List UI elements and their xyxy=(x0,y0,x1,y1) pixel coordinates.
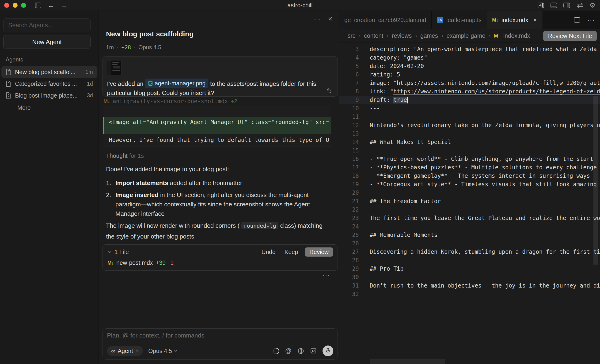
breadcrumb[interactable]: src›content›reviews›games›example-game›M… xyxy=(348,32,530,39)
reply-icon[interactable] xyxy=(326,87,332,93)
sidebar-item-agent[interactable]: Blog post image place...3d xyxy=(1,90,97,101)
code-line[interactable]: 20 xyxy=(339,188,600,197)
line-number: 31 xyxy=(339,282,366,289)
tab-close-icon[interactable] xyxy=(533,18,537,22)
back-arrow-icon[interactable]: ← xyxy=(48,2,55,9)
code-line[interactable]: 11 xyxy=(339,112,600,121)
code-line[interactable]: 17- **Physics-based puzzles** - Multiple… xyxy=(339,163,600,172)
close-window-button[interactable] xyxy=(4,3,9,8)
image-attach-icon[interactable] xyxy=(310,348,317,354)
changed-file-name: new-post.mdx xyxy=(116,259,153,266)
keep-button[interactable]: Keep xyxy=(284,249,298,255)
swap-arrows-icon[interactable] xyxy=(576,2,584,9)
bottom-panel-icon[interactable] xyxy=(550,2,557,9)
thought-duration[interactable]: Thought for 1s xyxy=(106,152,144,159)
open-right-panel-icon[interactable] xyxy=(537,2,544,9)
chevron-down-icon[interactable] xyxy=(107,251,112,253)
forward-arrow-icon[interactable]: → xyxy=(61,2,68,9)
code-line[interactable]: 31Don't rush to the main objectives - th… xyxy=(339,281,600,290)
globe-icon[interactable] xyxy=(297,348,304,355)
breadcrumb-item[interactable]: content xyxy=(364,32,383,39)
line-number: 16 xyxy=(339,156,366,162)
settings-gear-icon[interactable]: ⚙ xyxy=(590,1,595,9)
code-line[interactable]: 6rating: 5 xyxy=(339,70,600,79)
editor-more-icon[interactable]: ··· xyxy=(587,16,595,24)
undo-button[interactable]: Undo xyxy=(262,249,276,255)
line-number: 6 xyxy=(339,71,366,78)
code-line[interactable]: 24 xyxy=(339,222,600,231)
code-line[interactable]: 21## The Freedom Factor xyxy=(339,197,600,205)
editor-tab[interactable]: ge_creation_ca7cb920.plan.md xyxy=(339,11,431,29)
toggle-sidebar-icon[interactable] xyxy=(35,2,41,9)
code-line[interactable]: 13 xyxy=(339,130,600,138)
code-line[interactable]: 26 xyxy=(339,239,600,248)
editor-tab[interactable]: TSleaflet-map.ts xyxy=(431,11,487,29)
code-text: The first time you leave the Great Plate… xyxy=(366,215,600,221)
code-line[interactable]: 22 xyxy=(339,205,600,214)
code-line[interactable]: 8link: "https://www.nintendo.com/us/stor… xyxy=(339,87,600,96)
breadcrumb-item[interactable]: example-game xyxy=(447,32,485,39)
code-line[interactable]: 25## Memorable Moments xyxy=(339,231,600,239)
microphone-button[interactable] xyxy=(322,345,333,356)
breadcrumb-item[interactable]: index.mdx xyxy=(503,32,530,39)
breadcrumb-item[interactable]: src xyxy=(348,32,355,39)
code-line[interactable]: 9draft: true xyxy=(339,96,600,104)
code-line[interactable]: 14## What Makes It Special xyxy=(339,138,600,146)
diff-preview-block[interactable]: <Image alt="Antigravity Agent Manager UI… xyxy=(103,105,331,147)
review-button[interactable]: Review xyxy=(305,247,333,257)
code-line[interactable]: 7image: "https://assets.nintendo.com/ima… xyxy=(339,79,600,87)
zoom-window-button[interactable] xyxy=(21,3,26,8)
mdx-file-icon: M↓ xyxy=(492,17,498,23)
search-agents-input[interactable] xyxy=(3,18,91,32)
sidebar-more-button[interactable]: ··· More xyxy=(6,104,31,112)
message-more-icon[interactable]: ··· xyxy=(322,271,330,279)
code-line[interactable]: 12Nintendo's revolutionary take on the Z… xyxy=(339,121,600,130)
diff-file-header[interactable]: M↓ antigravity-vs-cursor-one-shot.mdx +2 xyxy=(103,98,237,105)
image-file-chip[interactable]: agent-manager.png xyxy=(145,79,208,88)
sidebar-item-agent[interactable]: New blog post scaffol...1m xyxy=(1,66,97,78)
mention-icon[interactable]: @ xyxy=(285,347,291,355)
review-next-file-button[interactable]: Review Next File xyxy=(543,31,597,41)
code-line[interactable]: 23The first time you leave the Great Pla… xyxy=(339,214,600,222)
sidebar-item-agent[interactable]: Categorized favorites ...1d xyxy=(1,78,97,90)
code-line[interactable]: 15 xyxy=(339,146,600,155)
code-line[interactable]: 4category: "games" xyxy=(339,54,600,62)
split-editor-icon[interactable] xyxy=(574,17,580,23)
breadcrumb-item[interactable]: reviews xyxy=(392,32,412,39)
list-number: 2. xyxy=(106,190,111,200)
chat-input-card: ∞ Agent Opus 4.5 @ xyxy=(103,328,338,360)
code-line[interactable]: 19- **Gorgeous art style** - Timeless vi… xyxy=(339,180,600,188)
files-count-label[interactable]: 1 File xyxy=(114,249,253,255)
mdx-file-icon: M↓ xyxy=(494,33,500,39)
code-editor[interactable]: 3description: "An open-world masterpiece… xyxy=(339,43,600,364)
code-line[interactable]: 29## Pro Tip xyxy=(339,265,600,273)
chat-more-icon[interactable]: ··· xyxy=(313,15,321,22)
changed-file-row[interactable]: M↓ new-post.mdx +39 -1 xyxy=(107,259,333,266)
right-panel-icon[interactable] xyxy=(563,2,570,9)
code-line[interactable]: 10--- xyxy=(339,104,600,112)
minimize-window-button[interactable] xyxy=(13,3,18,8)
new-agent-button[interactable]: New Agent xyxy=(3,35,91,49)
code-line[interactable]: 16- **True open world** - Climb anything… xyxy=(339,155,600,163)
line-number: 27 xyxy=(339,249,366,255)
code-line[interactable]: 3description: "An open-world masterpiece… xyxy=(339,45,600,54)
agent-item-label: New blog post scaffol... xyxy=(15,69,83,75)
code-line[interactable]: 27Discovering a hidden Korok, stumbling … xyxy=(339,248,600,256)
chat-close-icon[interactable] xyxy=(328,16,333,21)
code-line[interactable]: 28 xyxy=(339,256,600,265)
code-line[interactable]: 5date: 2024-02-20 xyxy=(339,62,600,70)
agent-mode-selector[interactable]: ∞ Agent xyxy=(107,346,143,356)
code-line[interactable]: 32 xyxy=(339,290,600,298)
model-selector[interactable]: Opus 4.5 xyxy=(148,348,177,355)
line-number: 7 xyxy=(339,80,366,86)
code-line[interactable]: 18- **Emergent gameplay** - The systems … xyxy=(339,172,600,180)
editor-tab[interactable]: M↓index.mdx xyxy=(487,11,543,29)
response-outro: The image will now render with rounded c… xyxy=(106,220,332,242)
attached-image-thumbnail[interactable] xyxy=(107,60,122,75)
code-line[interactable]: 30 xyxy=(339,273,600,281)
code-link[interactable]: https://assets.nintendo.com/image/upload… xyxy=(397,80,600,86)
code-link[interactable]: https://www.nintendo.com/us/store/produc… xyxy=(393,88,600,95)
chat-input[interactable] xyxy=(107,332,333,341)
editor-scrollbar[interactable] xyxy=(593,96,598,265)
breadcrumb-item[interactable]: games xyxy=(420,32,438,39)
